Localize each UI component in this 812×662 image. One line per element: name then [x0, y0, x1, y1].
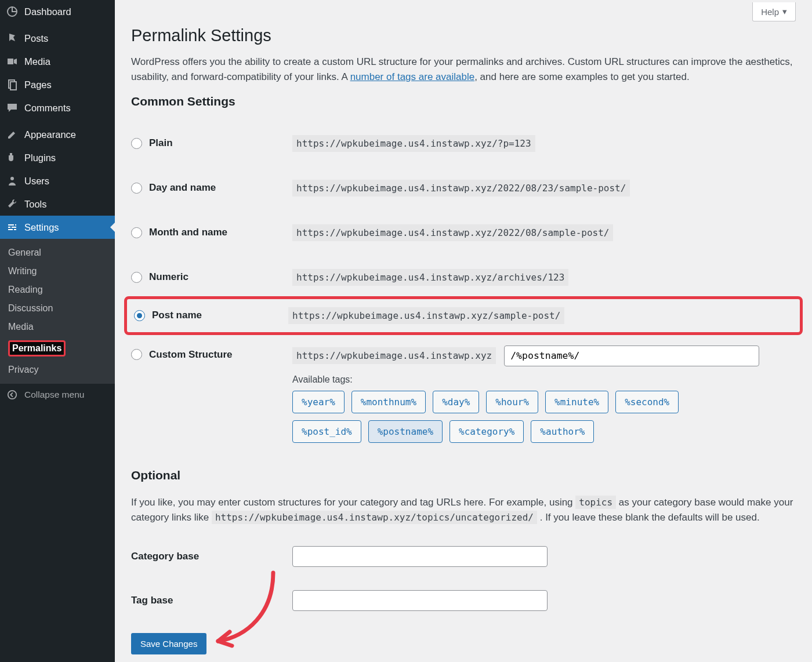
submenu-permalinks[interactable]: Permalinks	[0, 336, 115, 361]
sidebar-item-comments[interactable]: Comments	[0, 96, 115, 119]
pages-icon	[6, 79, 19, 90]
radio-monthname[interactable]	[131, 227, 142, 238]
tag-year[interactable]: %year%	[292, 391, 345, 413]
media-icon	[6, 56, 19, 67]
plug-icon	[6, 152, 19, 163]
tag-day[interactable]: %day%	[433, 391, 479, 413]
radio-numeric[interactable]	[131, 272, 142, 283]
option-example: https://wpkubeimage.us4.instawp.xyz/?p=1…	[292, 135, 535, 152]
available-tags-label: Available tags:	[292, 374, 796, 385]
collapse-menu-button[interactable]: Collapse menu	[0, 384, 115, 406]
sidebar-item-media[interactable]: Media	[0, 50, 115, 73]
svg-point-5	[8, 391, 16, 399]
category-base-label: Category base	[131, 551, 292, 562]
svg-point-4	[10, 177, 14, 180]
sidebar-label: Pages	[24, 79, 52, 90]
intro-paragraph: WordPress offers you the ability to crea…	[131, 54, 796, 85]
available-tags: %year% %monthnum% %day% %hour% %minute% …	[292, 391, 745, 443]
optional-text: . If you leave these blank the defaults …	[540, 512, 760, 523]
sidebar-item-appearance[interactable]: Appearance	[0, 123, 115, 146]
sidebar-item-dashboard[interactable]: Dashboard	[0, 0, 115, 23]
radio-custom[interactable]	[131, 349, 142, 360]
svg-rect-1	[8, 59, 13, 64]
submenu-privacy[interactable]: Privacy	[0, 361, 115, 379]
permalink-option-postname-row: Post name https://wpkubeimage.us4.instaw…	[124, 296, 803, 335]
sidebar-label: Posts	[24, 33, 48, 44]
permalink-option-monthname-row: Month and name https://wpkubeimage.us4.i…	[131, 210, 796, 255]
sidebar-label: Settings	[24, 222, 59, 233]
sidebar-label: Media	[24, 56, 50, 67]
sidebar-label: Users	[24, 176, 49, 187]
option-label: Day and name	[149, 182, 216, 194]
save-changes-button[interactable]: Save Changes	[131, 633, 206, 654]
option-label: Month and name	[149, 227, 227, 238]
content-area: Help ▾ Permalink Settings WordPress offe…	[115, 0, 812, 662]
sidebar-item-settings[interactable]: Settings	[0, 216, 115, 239]
option-label: Post name	[152, 310, 202, 321]
chevron-left-circle-icon	[6, 390, 19, 400]
option-label: Custom Structure	[149, 349, 233, 361]
submenu-writing[interactable]: Writing	[0, 262, 115, 281]
tag-author[interactable]: %author%	[531, 420, 594, 443]
tag-post-id[interactable]: %post_id%	[292, 420, 361, 443]
intro-text-after: , and here are some examples to get you …	[474, 71, 689, 82]
radio-dayname[interactable]	[131, 183, 142, 194]
optional-code-topics: topics	[575, 496, 616, 509]
sidebar-item-plugins[interactable]: Plugins	[0, 146, 115, 169]
radio-plain[interactable]	[131, 138, 142, 149]
optional-heading: Optional	[131, 468, 796, 482]
sidebar-item-pages[interactable]: Pages	[0, 73, 115, 96]
dashboard-icon	[6, 6, 19, 17]
tag-category[interactable]: %category%	[449, 420, 524, 443]
tag-base-label: Tag base	[131, 595, 292, 606]
annotation-highlight: Permalinks	[8, 340, 66, 357]
permalink-option-plain-row: Plain https://wpkubeimage.us4.instawp.xy…	[131, 121, 796, 166]
sidebar-label: Dashboard	[24, 6, 71, 17]
submenu-general[interactable]: General	[0, 243, 115, 262]
category-base-row: Category base	[131, 534, 796, 579]
help-tab[interactable]: Help ▾	[752, 2, 796, 21]
tag-monthnum[interactable]: %monthnum%	[351, 391, 426, 413]
sliders-icon	[6, 221, 19, 233]
tag-base-row: Tag base	[131, 579, 796, 623]
permalink-option-dayname-row: Day and name https://wpkubeimage.us4.ins…	[131, 166, 796, 210]
submenu-discussion[interactable]: Discussion	[0, 299, 115, 318]
submenu-reading[interactable]: Reading	[0, 281, 115, 299]
sidebar-item-posts[interactable]: Posts	[0, 27, 115, 50]
custom-structure-input[interactable]	[504, 345, 759, 366]
category-base-input[interactable]	[292, 546, 548, 567]
permalink-option-numeric-row: Numeric https://wpkubeimage.us4.instawp.…	[131, 255, 796, 300]
tags-available-link[interactable]: number of tags are available	[350, 71, 475, 82]
custom-base-url: https://wpkubeimage.us4.instawp.xyz	[292, 347, 496, 364]
tag-base-input[interactable]	[292, 590, 548, 611]
option-example: https://wpkubeimage.us4.instawp.xyz/samp…	[288, 307, 564, 324]
collapse-label: Collapse menu	[24, 390, 84, 400]
page-title: Permalink Settings	[131, 21, 796, 54]
comment-icon	[6, 102, 19, 114]
permalink-option-custom-row: Custom Structure https://wpkubeimage.us4…	[131, 332, 796, 443]
common-settings-heading: Common Settings	[131, 94, 796, 108]
sidebar-item-users[interactable]: Users	[0, 169, 115, 192]
option-example: https://wpkubeimage.us4.instawp.xyz/2022…	[292, 224, 613, 241]
users-icon	[6, 175, 19, 187]
svg-rect-3	[10, 82, 16, 90]
radio-postname[interactable]	[134, 310, 145, 321]
admin-sidebar: Dashboard Posts Media Pages Comments App…	[0, 0, 115, 662]
tag-postname[interactable]: %postname%	[368, 420, 443, 443]
sidebar-label: Tools	[24, 199, 47, 210]
pin-icon	[6, 32, 19, 44]
tag-minute[interactable]: %minute%	[545, 391, 608, 413]
tag-hour[interactable]: %hour%	[486, 391, 538, 413]
option-label: Plain	[149, 137, 173, 149]
submenu-media[interactable]: Media	[0, 318, 115, 336]
help-label: Help	[761, 7, 779, 17]
optional-code-url: https://wpkubeimage.us4.instawp.xyz/topi…	[212, 511, 537, 524]
brush-icon	[6, 129, 19, 140]
tag-second[interactable]: %second%	[615, 391, 679, 413]
option-example: https://wpkubeimage.us4.instawp.xyz/arch…	[292, 269, 568, 286]
sidebar-item-tools[interactable]: Tools	[0, 192, 115, 216]
sidebar-label: Plugins	[24, 152, 56, 163]
option-example: https://wpkubeimage.us4.instawp.xyz/2022…	[292, 180, 630, 197]
settings-submenu: General Writing Reading Discussion Media…	[0, 239, 115, 384]
wrench-icon	[6, 198, 19, 210]
